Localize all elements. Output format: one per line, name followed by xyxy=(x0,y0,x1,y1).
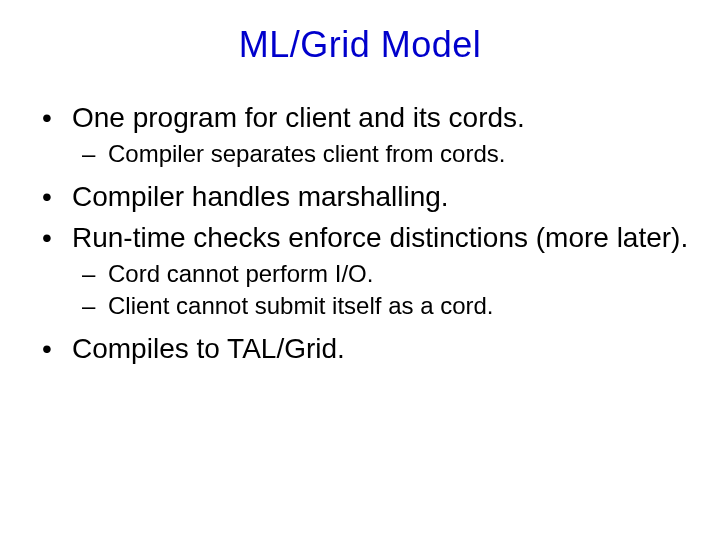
sub-bullet-item: Compiler separates client from cords. xyxy=(72,139,690,169)
sub-bullet-list: Cord cannot perform I/O. Client cannot s… xyxy=(72,259,690,321)
bullet-item: Run-time checks enforce distinctions (mo… xyxy=(30,220,690,321)
bullet-text: One program for client and its cords. xyxy=(72,102,525,133)
bullet-item: One program for client and its cords. Co… xyxy=(30,100,690,169)
slide-title: ML/Grid Model xyxy=(30,24,690,66)
sub-bullet-text: Client cannot submit itself as a cord. xyxy=(108,292,494,319)
sub-bullet-item: Cord cannot perform I/O. xyxy=(72,259,690,289)
sub-bullet-list: Compiler separates client from cords. xyxy=(72,139,690,169)
bullet-text: Compiles to TAL/Grid. xyxy=(72,333,345,364)
slide: ML/Grid Model One program for client and… xyxy=(0,0,720,540)
bullet-item: Compiler handles marshalling. xyxy=(30,179,690,214)
bullet-text: Run-time checks enforce distinctions (mo… xyxy=(72,222,688,253)
bullet-item: Compiles to TAL/Grid. xyxy=(30,331,690,366)
sub-bullet-text: Cord cannot perform I/O. xyxy=(108,260,373,287)
sub-bullet-item: Client cannot submit itself as a cord. xyxy=(72,291,690,321)
bullet-text: Compiler handles marshalling. xyxy=(72,181,449,212)
bullet-list: One program for client and its cords. Co… xyxy=(30,100,690,366)
sub-bullet-text: Compiler separates client from cords. xyxy=(108,140,505,167)
